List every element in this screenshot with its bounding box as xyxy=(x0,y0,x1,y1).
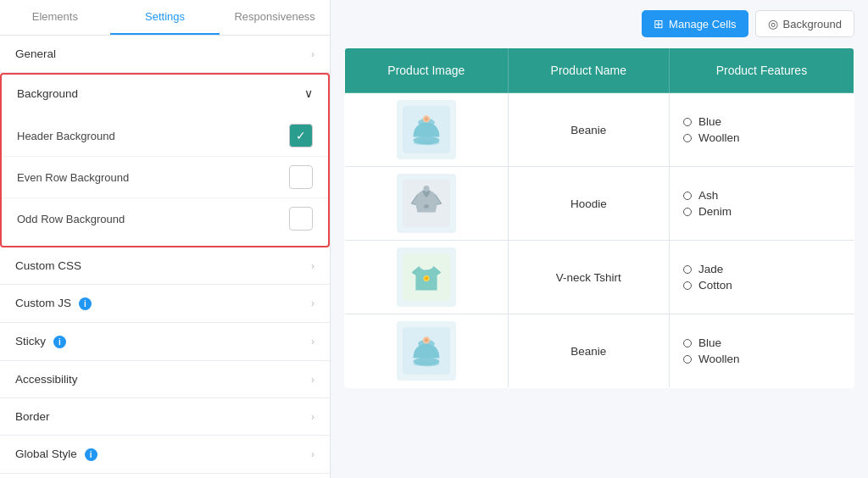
sticky-label: Sticky i xyxy=(15,335,66,348)
background-body: Header Background ✓ Even Row Background … xyxy=(2,112,328,246)
tabs-bar: Elements Settings Responsiveness xyxy=(0,0,330,36)
product-image xyxy=(397,247,456,307)
tab-settings[interactable]: Settings xyxy=(110,0,220,35)
chevron-right-icon-border: › xyxy=(311,411,314,423)
chevron-down-icon: ∨ xyxy=(304,86,313,100)
accessibility-label: Accessibility xyxy=(15,373,78,386)
table-cell-image xyxy=(345,167,509,241)
header-bg-swatch[interactable]: ✓ xyxy=(289,124,313,147)
col-header-image: Product Image xyxy=(345,48,509,93)
even-row-bg-swatch[interactable] xyxy=(289,165,313,189)
table-cell-features: AshDenim xyxy=(669,167,854,241)
background-section: Background ∨ Header Background ✓ Even Ro… xyxy=(0,73,330,247)
settings-item-background[interactable]: Background ∨ xyxy=(2,75,328,112)
chevron-right-icon-acc: › xyxy=(311,374,314,386)
settings-item-custom-js[interactable]: Custom JS i › xyxy=(0,285,330,323)
custom-css-label: Custom CSS xyxy=(15,259,81,272)
table-cell-features: BlueWoollen xyxy=(669,93,854,167)
svg-point-4 xyxy=(425,117,428,120)
table-cell-features: JadeCotton xyxy=(669,241,854,314)
table-row: HoodieAshDenim xyxy=(345,167,854,241)
toolbar: ⊞ Manage Cells ◎ Background xyxy=(344,10,854,37)
table-cell-image xyxy=(345,241,509,314)
info-icon-global[interactable]: i xyxy=(85,448,97,461)
chevron-right-icon-js: › xyxy=(311,297,314,309)
feature-item: Blue xyxy=(683,114,840,130)
odd-row-bg-label: Odd Row Background xyxy=(17,213,125,225)
odd-row-bg-swatch[interactable] xyxy=(289,207,313,231)
manage-cells-icon: ⊞ xyxy=(654,17,664,31)
table-header-row: Product Image Product Name Product Featu… xyxy=(345,48,854,93)
even-row-bg-label: Even Row Background xyxy=(17,171,129,184)
settings-item-sticky[interactable]: Sticky i › xyxy=(0,323,330,361)
chevron-right-icon-css: › xyxy=(311,260,314,272)
feature-item: Cotton xyxy=(683,277,840,293)
table-cell-image xyxy=(345,93,509,167)
table-cell-name: Beanie xyxy=(508,93,669,167)
product-image xyxy=(397,100,456,159)
feature-item: Ash xyxy=(683,187,840,203)
col-header-features: Product Features xyxy=(669,48,854,93)
feature-item: Jade xyxy=(683,261,840,277)
header-bg-label: Header Background xyxy=(17,130,115,142)
chevron-right-icon-sticky: › xyxy=(311,336,314,347)
global-style-label: Global Style i xyxy=(15,447,97,461)
col-header-name: Product Name xyxy=(508,48,669,93)
table-cell-image xyxy=(345,314,509,388)
feature-item: Woollen xyxy=(683,130,840,146)
svg-point-16 xyxy=(425,338,428,342)
table-cell-name: Beanie xyxy=(508,314,669,388)
bg-row-even: Even Row Background xyxy=(2,157,328,198)
settings-list: General › Background ∨ Header Background… xyxy=(0,36,330,478)
settings-label-general: General xyxy=(15,47,56,60)
svg-rect-8 xyxy=(424,204,429,208)
table-cell-name: V-neck Tshirt xyxy=(508,241,669,314)
background-button[interactable]: ◎ Background xyxy=(755,10,854,37)
background-label: Background xyxy=(17,87,78,100)
product-image xyxy=(397,174,456,233)
table-cell-features: BlueWoollen xyxy=(669,314,854,388)
product-image xyxy=(397,321,456,381)
check-icon: ✓ xyxy=(296,129,306,142)
bg-row-odd: Odd Row Background xyxy=(2,198,328,239)
table-wrapper: Product Image Product Name Product Featu… xyxy=(344,47,854,388)
settings-item-accessibility[interactable]: Accessibility › xyxy=(0,361,330,398)
table-cell-name: Hoodie xyxy=(508,167,669,241)
feature-item: Blue xyxy=(683,335,840,351)
manage-cells-button[interactable]: ⊞ Manage Cells xyxy=(642,10,748,37)
feature-item: Denim xyxy=(683,203,840,220)
svg-point-17 xyxy=(413,362,439,367)
tab-responsiveness[interactable]: Responsiveness xyxy=(220,0,330,35)
table-row: BeanieBlueWoollen xyxy=(345,314,854,388)
chevron-right-icon: › xyxy=(311,48,314,60)
bg-row-header: Header Background ✓ xyxy=(2,115,328,157)
custom-js-label: Custom JS i xyxy=(15,297,92,310)
svg-point-7 xyxy=(423,186,429,192)
settings-item-custom-css[interactable]: Custom CSS › xyxy=(0,247,330,285)
info-icon-sticky[interactable]: i xyxy=(53,336,66,348)
settings-item-border[interactable]: Border › xyxy=(0,398,330,436)
svg-point-11 xyxy=(425,276,428,280)
table-row: V-neck TshirtJadeCotton xyxy=(345,241,854,314)
product-table: Product Image Product Name Product Featu… xyxy=(344,47,854,388)
table-row: BeanieBlueWoollen xyxy=(345,93,854,167)
settings-item-general[interactable]: General › xyxy=(0,36,330,73)
background-icon: ◎ xyxy=(768,17,778,31)
feature-item: Woollen xyxy=(683,351,840,367)
svg-point-5 xyxy=(413,141,439,146)
right-panel: ⊞ Manage Cells ◎ Background Product Imag… xyxy=(331,0,868,478)
chevron-right-icon-global: › xyxy=(311,448,314,460)
settings-item-global-style[interactable]: Global Style i › xyxy=(0,436,330,474)
tab-elements[interactable]: Elements xyxy=(0,0,110,35)
info-icon-customjs[interactable]: i xyxy=(79,297,92,310)
left-panel: Elements Settings Responsiveness General… xyxy=(0,0,331,478)
border-label: Border xyxy=(15,410,50,423)
